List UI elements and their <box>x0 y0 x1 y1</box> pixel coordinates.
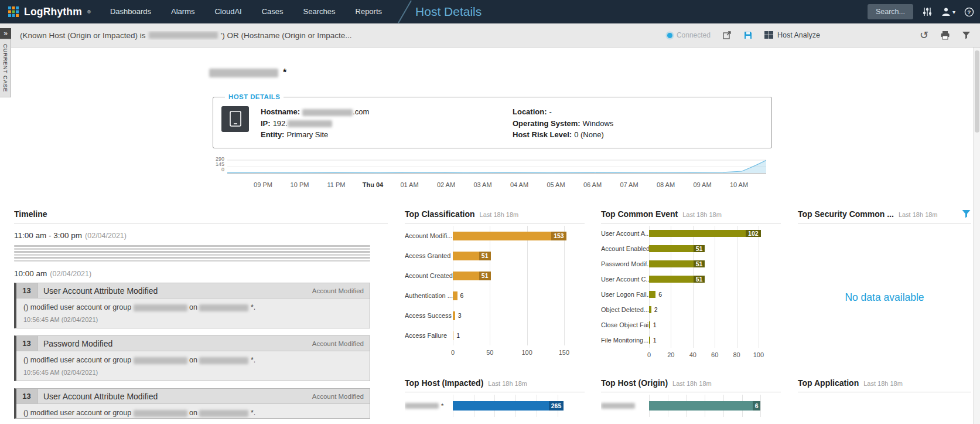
timeline-group-label: 11:00 am - 3:00 pm(02/04/2021) <box>14 231 370 240</box>
toolbar-right-tools: Connected Host Analyze ↺ <box>667 30 971 40</box>
bar[interactable]: 102 <box>649 230 761 237</box>
host-analyze-button[interactable]: Host Analyze <box>764 31 820 39</box>
expand-icon[interactable]: » <box>0 28 11 39</box>
bar-value-chip: 51 <box>694 260 705 267</box>
hostname-label: Hostname: <box>261 107 300 116</box>
hostname-suffix: .com <box>353 107 369 116</box>
event-body: () modified user account or group on *. <box>16 299 370 313</box>
activity-timeline-chart[interactable]: 290 145 0 09 PM10 PM11 PMThu 0401 AM02 A… <box>208 158 773 194</box>
bar[interactable] <box>649 291 655 298</box>
event-title: Password Modified <box>37 336 312 351</box>
risk-label: Host Risk Level: <box>513 130 572 139</box>
user-menu-button[interactable]: ▾ <box>941 7 955 16</box>
event-card[interactable]: 13User Account Attribute ModifiedAccount… <box>14 388 370 419</box>
nav-item-alarms[interactable]: Alarms <box>161 0 204 23</box>
bar[interactable]: 51 <box>453 252 491 260</box>
bar[interactable]: 6 <box>649 401 760 411</box>
bar[interactable] <box>649 337 650 344</box>
activity-x-tick: 11 PM <box>327 181 346 188</box>
bar-chart-top-classification: Account Modifi...Access GrantedAccount C… <box>405 226 570 359</box>
bar-row: 51 <box>649 256 766 272</box>
panel-title: Top Security Common ... <box>798 209 894 219</box>
host-title-asterisk: * <box>283 67 286 78</box>
bar-row: 153 <box>453 226 570 246</box>
query-text-suffix: ') OR (Hostname (Origin or Impacte... <box>221 31 352 40</box>
bar[interactable]: 51 <box>453 272 491 280</box>
filter-funnel-icon[interactable] <box>962 31 971 40</box>
bar[interactable]: 265 <box>453 401 564 411</box>
top-common-event-panel: Top Common Event Last 18h 18m User Accou… <box>601 209 781 362</box>
bar-category-label: File Monitoring... <box>601 333 649 348</box>
axis-tick: 150 <box>559 349 569 356</box>
bar[interactable] <box>453 331 453 340</box>
nav-item-cases[interactable]: Cases <box>252 0 293 23</box>
bar-value-chip: 51 <box>479 252 491 260</box>
bar-value: 1 <box>456 332 460 339</box>
bar-row: 2 <box>649 302 766 317</box>
no-data-message: No data available <box>798 291 971 304</box>
topnav-right-tools: Search... ▾ ? <box>868 4 980 19</box>
panel-time-range: Last 18h 18m <box>682 211 722 218</box>
current-case-tab-button[interactable]: CURRENT CASE <box>0 39 11 97</box>
bar-value-chip: 153 <box>551 232 566 240</box>
scrollbar-thumb[interactable] <box>975 50 979 133</box>
activity-x-tick: 08 AM <box>657 181 675 188</box>
print-icon[interactable] <box>940 30 950 40</box>
nav-item-searches[interactable]: Searches <box>293 0 346 23</box>
log-row-stripe <box>14 254 370 256</box>
host-analyze-grid-icon <box>764 31 773 39</box>
bar-row: 6 <box>649 287 766 302</box>
logrhythm-logo[interactable]: LogRhythm® <box>0 6 100 18</box>
bar-category-label: Authentication ... <box>405 286 453 306</box>
nav-item-cloudai[interactable]: CloudAI <box>204 0 251 23</box>
activity-x-tick: Thu 04 <box>363 181 383 188</box>
reset-icon[interactable]: ↺ <box>920 30 928 40</box>
bar[interactable]: 51 <box>649 260 705 267</box>
vertical-scrollbar[interactable] <box>973 48 980 424</box>
nav-item-dashboards[interactable]: Dashboards <box>100 0 161 23</box>
save-icon[interactable] <box>743 30 753 40</box>
bar[interactable]: 153 <box>453 232 566 240</box>
bar-category-label: Access Failure <box>405 325 453 345</box>
event-classification-tag: Account Modified <box>312 336 370 351</box>
divider <box>405 223 585 223</box>
search-query-display[interactable]: (Known Host (Origin or Impacted) is ') O… <box>20 31 667 40</box>
search-button[interactable]: Search... <box>868 4 913 19</box>
nav-item-reports[interactable]: Reports <box>346 0 392 23</box>
bar-category-label: Password Modif... <box>601 256 649 272</box>
bar-category-label: Access Success <box>405 306 453 325</box>
bar-chart-top-host-origin: 6 <box>601 395 766 417</box>
activity-x-tick: 03 AM <box>473 181 491 188</box>
activity-x-tick: 02 AM <box>437 181 455 188</box>
panel-title: Top Host (Origin) <box>601 378 668 388</box>
event-title: User Account Attribute Modified <box>37 389 312 403</box>
event-card[interactable]: 13Password ModifiedAccount Modified() mo… <box>14 335 370 381</box>
bar[interactable]: 51 <box>649 245 705 252</box>
location-value: - <box>549 107 552 116</box>
panel-filter-funnel-icon[interactable] <box>961 209 971 219</box>
help-icon[interactable]: ? <box>964 7 974 17</box>
redacted-text <box>405 403 439 409</box>
activity-x-tick: 10 AM <box>730 181 748 188</box>
event-card[interactable]: 13User Account Attribute ModifiedAccount… <box>14 283 370 328</box>
bar-track-area: 1535151631050100150 <box>453 226 570 359</box>
bar-rows: 1535151631 <box>453 226 570 345</box>
pop-out-icon[interactable] <box>722 30 732 40</box>
filter-sliders-icon[interactable] <box>922 6 933 17</box>
host-details-left-column: Hostname:.com IP:192. Entity:Primary Sit… <box>261 106 501 141</box>
redacted-text <box>134 410 187 417</box>
bar[interactable]: 51 <box>649 276 705 283</box>
bar[interactable] <box>453 291 457 300</box>
bar[interactable] <box>649 306 651 313</box>
bar-row: 51 <box>453 266 570 286</box>
collapsed-log-rows[interactable] <box>14 245 370 262</box>
bar-value: 6 <box>460 292 464 299</box>
axis-tick: 0 <box>647 351 651 358</box>
bar[interactable] <box>453 311 455 320</box>
event-classification-tag: Account Modified <box>312 283 370 298</box>
top-classification-panel: Top Classification Last 18h 18m Account … <box>405 209 585 359</box>
log-row-stripe <box>14 251 370 253</box>
host-details-legend: HOST DETAILS <box>225 93 284 100</box>
event-count-badge: 13 <box>16 389 37 403</box>
bar[interactable] <box>649 321 650 328</box>
